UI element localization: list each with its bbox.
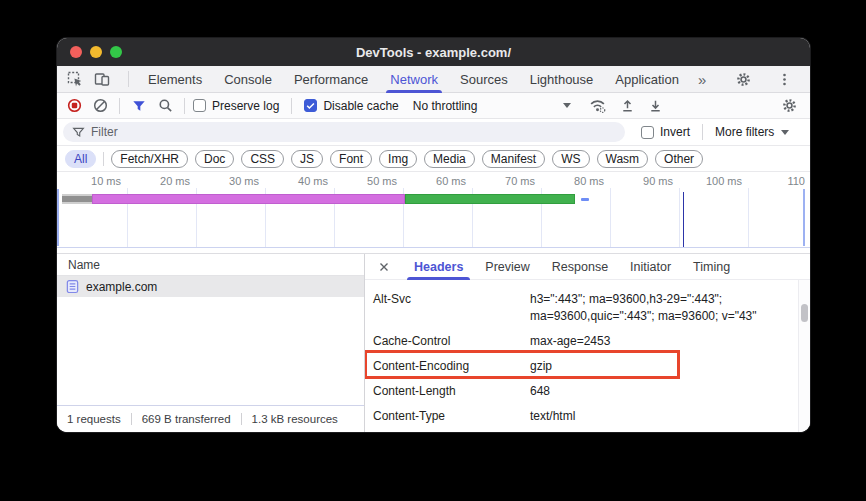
more-filters-button[interactable]: More filters [715, 125, 789, 139]
zoom-window-button[interactable] [110, 46, 122, 58]
disable-cache-checkbox[interactable] [304, 99, 317, 112]
header-row-content-encoding[interactable]: Content-Encoding gzip [365, 354, 794, 379]
tab-network[interactable]: Network [379, 66, 449, 93]
tab-performance[interactable]: Performance [283, 66, 379, 93]
tab-sources[interactable]: Sources [449, 66, 519, 93]
filter-input[interactable] [91, 125, 617, 139]
overview-right-handle[interactable] [803, 189, 805, 246]
header-row-content-length[interactable]: Content-Length 648 [365, 379, 794, 404]
minimize-window-button[interactable] [90, 46, 102, 58]
chip-wasm[interactable]: Wasm [597, 150, 649, 168]
divider [103, 152, 104, 166]
timeline-overview[interactable]: 10 ms 20 ms 30 ms 40 ms 50 ms 60 ms 70 m… [57, 172, 810, 254]
tab-label: Response [552, 260, 608, 274]
tab-label: Headers [414, 260, 463, 274]
network-conditions-icon[interactable] [587, 95, 609, 117]
filter-row: Invert More filters [57, 119, 810, 146]
divider [119, 98, 120, 114]
tab-application[interactable]: Application [604, 66, 690, 93]
more-tabs-button[interactable]: » [690, 71, 714, 88]
header-row-alt-svc[interactable]: Alt-Svc h3=":443"; ma=93600,h3-29=":443"… [365, 287, 794, 329]
close-icon[interactable] [373, 256, 395, 278]
chip-ws[interactable]: WS [552, 150, 589, 168]
settings-gear-icon[interactable] [734, 70, 752, 88]
preserve-log-control: Preserve log [193, 99, 279, 113]
devtools-window: DevTools - example.com/ Elements Console… [57, 38, 810, 432]
requests-empty-area [57, 297, 364, 405]
filter-funnel-outline-icon [71, 125, 85, 139]
divider [128, 71, 129, 87]
throttling-dropdown[interactable]: No throttling [413, 99, 571, 113]
tab-label: Lighthouse [530, 72, 594, 87]
tab-console[interactable]: Console [213, 66, 283, 93]
tab-timing[interactable]: Timing [682, 254, 741, 280]
tab-preview[interactable]: Preview [474, 254, 540, 280]
tab-label: Elements [148, 72, 202, 87]
gridline [748, 188, 749, 247]
tab-lighthouse[interactable]: Lighthouse [519, 66, 605, 93]
preserve-log-checkbox[interactable] [193, 99, 206, 112]
waterfall-ssl-segment [92, 194, 405, 204]
header-row-content-type[interactable]: Content-Type text/html [365, 404, 794, 429]
overview-band-border [57, 247, 810, 248]
divider [184, 98, 185, 114]
header-value: max-age=2453 [530, 333, 760, 350]
tab-initiator[interactable]: Initiator [619, 254, 682, 280]
overview-left-handle[interactable] [57, 189, 59, 246]
chevron-down-icon [781, 130, 789, 135]
tab-label: Sources [460, 72, 508, 87]
load-event-line [683, 192, 684, 247]
chip-js[interactable]: JS [291, 150, 323, 168]
request-row[interactable]: example.com [57, 276, 364, 297]
chip-manifest[interactable]: Manifest [482, 150, 545, 168]
name-column-header[interactable]: Name [57, 254, 364, 276]
kebab-menu-icon[interactable] [775, 70, 793, 88]
divider [291, 98, 292, 114]
device-toolbar-icon[interactable] [93, 70, 111, 88]
tick-label: 110 [749, 175, 805, 187]
network-summary-bar: 1 requests 669 B transferred 1.3 kB reso… [57, 405, 364, 432]
scrollbar-thumb[interactable] [801, 304, 808, 322]
titlebar: DevTools - example.com/ [57, 38, 810, 66]
chip-img[interactable]: Img [379, 150, 417, 168]
chip-media[interactable]: Media [424, 150, 475, 168]
disable-cache-label: Disable cache [323, 99, 398, 113]
gridline [679, 188, 680, 247]
network-settings-gear-icon[interactable] [778, 95, 800, 117]
tick-label: 70 ms [479, 175, 535, 187]
filter-funnel-icon[interactable] [128, 95, 150, 117]
chip-css[interactable]: CSS [241, 150, 284, 168]
inspect-element-icon[interactable] [66, 70, 84, 88]
headers-list: Alt-Svc h3=":443"; ma=93600,h3-29=":443"… [365, 280, 810, 432]
name-column-label: Name [68, 258, 100, 272]
tick-label: 30 ms [203, 175, 259, 187]
tab-elements[interactable]: Elements [137, 66, 213, 93]
tab-label: Console [224, 72, 272, 87]
clear-icon[interactable] [89, 95, 111, 117]
import-har-icon[interactable] [617, 95, 639, 117]
chip-doc[interactable]: Doc [195, 150, 234, 168]
tick-label: 10 ms [65, 175, 121, 187]
header-row-cache-control[interactable]: Cache-Control max-age=2453 [365, 329, 794, 354]
chip-all[interactable]: All [65, 150, 96, 168]
tab-headers[interactable]: Headers [403, 254, 474, 280]
tab-label: Preview [485, 260, 529, 274]
tab-label: Timing [693, 260, 730, 274]
chip-fetch-xhr[interactable]: Fetch/XHR [111, 150, 188, 168]
request-name: example.com [86, 280, 157, 294]
export-har-icon[interactable] [645, 95, 667, 117]
chip-font[interactable]: Font [330, 150, 372, 168]
filter-input-container [63, 122, 625, 142]
invert-checkbox[interactable] [641, 126, 654, 139]
search-icon[interactable] [154, 95, 176, 117]
record-stop-icon[interactable] [63, 95, 85, 117]
requests-panel: Name example.com 1 requests 669 B transf… [57, 254, 365, 432]
tab-response[interactable]: Response [541, 254, 619, 280]
close-window-button[interactable] [70, 46, 82, 58]
invert-label: Invert [660, 125, 690, 139]
waterfall-stalled-segment [62, 194, 92, 204]
scrollbar[interactable] [798, 280, 810, 432]
tick-label: 80 ms [548, 175, 604, 187]
header-value: 648 [530, 383, 760, 400]
chip-other[interactable]: Other [655, 150, 703, 168]
